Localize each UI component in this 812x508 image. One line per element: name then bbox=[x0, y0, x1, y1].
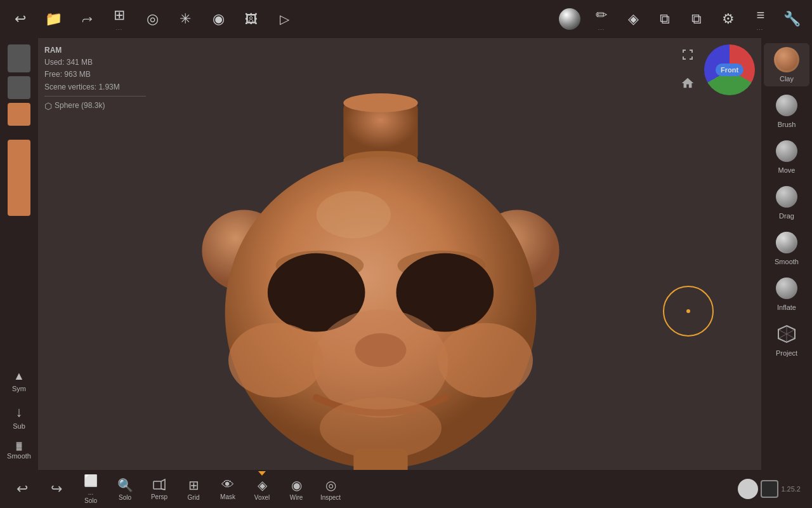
color-swatch-orange[interactable] bbox=[8, 103, 30, 126]
svg-point-14 bbox=[320, 398, 442, 458]
ram-title: RAM bbox=[44, 44, 146, 57]
svg-point-15 bbox=[317, 191, 391, 239]
solo-button[interactable]: ⬜ ... Solo bbox=[75, 471, 107, 507]
settings-button[interactable]: ⚙ bbox=[714, 3, 742, 35]
svg-point-1 bbox=[343, 93, 417, 112]
voxel-button[interactable]: ◈ Voxel bbox=[246, 475, 278, 504]
grid-bottom-button[interactable]: ⊞ Grid bbox=[178, 475, 209, 504]
right-sidebar: Clay Brush Move Drag Smooth Inflate bbox=[761, 38, 812, 470]
sphere-info: ⬡ Sphere (98.3k) bbox=[44, 99, 146, 113]
undo-button[interactable]: ↩ bbox=[6, 478, 38, 500]
main-canvas[interactable]: RAM Used: 341 MB Free: 963 MB Scene vert… bbox=[38, 38, 761, 470]
ram-free: Free: 963 MB bbox=[44, 69, 146, 81]
stamp-button[interactable]: ◈ bbox=[619, 3, 647, 35]
lighting-button[interactable]: ✳ bbox=[171, 3, 199, 35]
foreground-color[interactable] bbox=[738, 479, 758, 499]
clay-icon bbox=[774, 47, 799, 72]
mask-button[interactable]: 👁 Mask bbox=[212, 475, 244, 503]
tool-clay-button[interactable]: Clay bbox=[764, 43, 809, 86]
orientation-gizmo[interactable]: Front bbox=[704, 44, 755, 95]
inspect-button[interactable]: ◎ Inspect bbox=[315, 475, 346, 504]
brush-icon bbox=[774, 93, 799, 118]
svg-rect-17 bbox=[154, 481, 161, 489]
back-button[interactable]: ↩ bbox=[6, 3, 34, 35]
left-sidebar: ▲ Sym ↓ Sub ▓ Smooth bbox=[0, 38, 38, 470]
search-button[interactable]: 🔍 Solo bbox=[109, 475, 141, 504]
smooth-icon bbox=[774, 230, 799, 255]
svg-point-6 bbox=[276, 251, 364, 281]
wrench-button[interactable]: 🔧 bbox=[778, 3, 806, 35]
add-mesh-button[interactable]: ⊞ ... bbox=[105, 3, 133, 35]
drag-icon bbox=[774, 184, 799, 210]
bottom-toolbar: ↩ ↪ ⬜ ... Solo 🔍 Solo Persp ⊞ Grid 👁 Mas… bbox=[0, 470, 812, 508]
tool-project-button[interactable]: Project bbox=[764, 318, 809, 361]
sliders-button[interactable]: ≡ ... bbox=[746, 3, 774, 35]
info-divider bbox=[44, 96, 146, 97]
tool-brush-button[interactable]: Brush bbox=[764, 89, 809, 132]
smooth-left-button[interactable]: ▓ Smooth bbox=[5, 438, 33, 464]
render-button[interactable]: 🖼 bbox=[237, 3, 265, 35]
inflate-icon bbox=[774, 276, 799, 301]
post-process-button[interactable]: ◉ bbox=[204, 3, 232, 35]
sculpt-viewport[interactable] bbox=[127, 83, 634, 470]
matcap-button[interactable] bbox=[556, 3, 584, 35]
scene-vertices: Scene vertices: 1.93M bbox=[44, 81, 146, 93]
tool-drag-button[interactable]: Drag bbox=[764, 180, 809, 224]
background-color[interactable] bbox=[761, 480, 778, 498]
intensity-slider[interactable] bbox=[8, 140, 30, 216]
svg-point-13 bbox=[355, 333, 406, 367]
top-toolbar: ↩ 📁 ⤴ ⊞ ... ◎ ✳ ◉ 🖼 ▷ ✏ ... ◈ ⧉ bbox=[0, 0, 812, 38]
brush-cursor-dot bbox=[686, 309, 690, 313]
wire-button[interactable]: ◉ Wire bbox=[280, 475, 312, 504]
svg-point-8 bbox=[268, 253, 365, 332]
project-icon bbox=[774, 321, 799, 347]
tool-inflate-button[interactable]: Inflate bbox=[764, 272, 809, 315]
svg-point-4 bbox=[475, 210, 559, 291]
svg-point-5 bbox=[225, 157, 537, 469]
svg-point-9 bbox=[396, 253, 494, 332]
svg-point-7 bbox=[398, 251, 486, 281]
layers-button[interactable]: ⧉ bbox=[651, 3, 679, 35]
record-button[interactable]: ▷ bbox=[270, 3, 298, 35]
tool-move-button[interactable]: Move bbox=[764, 135, 809, 178]
sub-button[interactable]: ↓ Sub bbox=[5, 400, 33, 434]
fullscreen-button[interactable] bbox=[678, 44, 698, 65]
layers2-button[interactable]: ⧉ bbox=[683, 3, 710, 35]
info-panel: RAM Used: 341 MB Free: 963 MB Scene vert… bbox=[44, 44, 146, 113]
left-tab-top bbox=[8, 44, 30, 72]
version-info: 1.25.2 bbox=[781, 485, 806, 493]
persp-button[interactable]: Persp bbox=[143, 476, 175, 503]
move-icon bbox=[774, 138, 799, 164]
symmetry-button[interactable]: ▲ Sym bbox=[5, 366, 33, 396]
home-button[interactable] bbox=[678, 73, 698, 93]
view-label: Front bbox=[716, 64, 743, 76]
svg-point-3 bbox=[202, 210, 285, 291]
pencil-button[interactable]: ✏ ... bbox=[587, 3, 615, 35]
persp-icon bbox=[152, 478, 166, 492]
color-swatch-gray[interactable] bbox=[8, 76, 30, 99]
sphere-icon: ⬡ bbox=[44, 99, 52, 113]
svg-rect-0 bbox=[343, 103, 417, 161]
ram-used: Used: 341 MB bbox=[44, 57, 146, 69]
brush-cursor bbox=[663, 286, 714, 337]
globe-button[interactable]: ◎ bbox=[138, 3, 166, 35]
svg-point-2 bbox=[343, 151, 417, 170]
tool-smooth-button[interactable]: Smooth bbox=[764, 226, 809, 269]
share-button[interactable]: ⤴ bbox=[72, 3, 100, 35]
svg-point-12 bbox=[438, 323, 533, 398]
folder-button[interactable]: 📁 bbox=[39, 3, 67, 35]
redo-button[interactable]: ↪ bbox=[41, 478, 72, 500]
svg-point-11 bbox=[228, 323, 323, 398]
svg-point-10 bbox=[313, 309, 448, 418]
svg-rect-16 bbox=[353, 448, 407, 470]
